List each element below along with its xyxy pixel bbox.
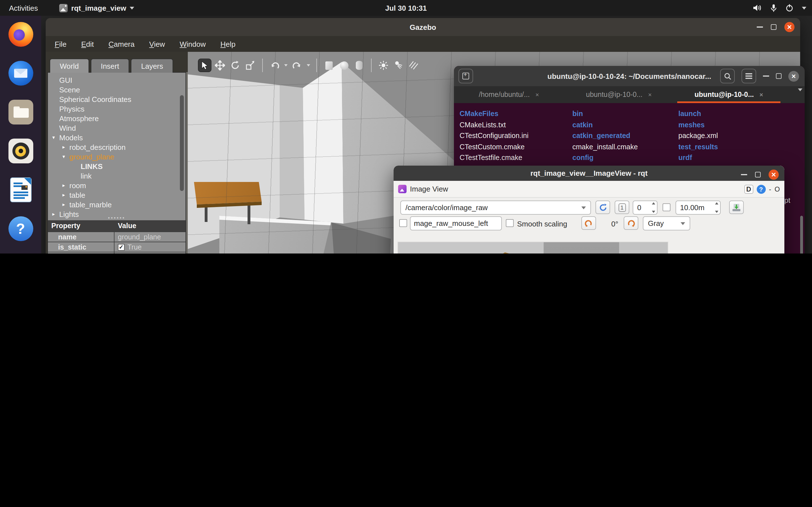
zoom-1-button[interactable]: 1 <box>615 201 629 214</box>
rotation-spinbox[interactable]: 0 <box>633 201 658 215</box>
spin-down-icon[interactable] <box>715 211 718 213</box>
property-row-self-collide[interactable]: self_collide False <box>48 252 186 253</box>
dock-item-files[interactable] <box>0 99 41 125</box>
dock-item-thunderbird[interactable] <box>0 60 41 86</box>
cylinder-shape-icon[interactable] <box>352 59 366 72</box>
tree-item-atmosphere[interactable]: Atmosphere <box>48 114 186 123</box>
property-row-is-static[interactable]: is_static ✓True <box>48 242 186 252</box>
splitter-handle[interactable]: •••••• <box>108 215 125 221</box>
tree-item-wind[interactable]: Wind <box>48 123 186 133</box>
close-panel-button[interactable]: O <box>774 185 780 193</box>
tree-item-models[interactable]: ▾Models <box>48 133 186 143</box>
terminal-tab-3[interactable]: ubuntu@ip-10-0...× <box>674 86 784 103</box>
directional-light-icon[interactable] <box>407 59 421 72</box>
box-shape-icon[interactable] <box>322 59 336 72</box>
menu-window[interactable]: Window <box>180 40 206 48</box>
save-image-button[interactable] <box>729 201 744 214</box>
image-view-panel-header[interactable]: Image View D ? - O <box>394 181 784 198</box>
topic-select[interactable]: /camera/color/image_raw <box>400 201 591 215</box>
chevron-down-icon[interactable]: ▾ <box>60 152 67 162</box>
tree-item-link[interactable]: link <box>48 171 186 181</box>
tab-insert[interactable]: Insert <box>91 59 129 73</box>
chevron-right-icon[interactable]: ▸ <box>60 190 67 200</box>
system-indicators[interactable] <box>753 4 806 12</box>
dynamic-range-checkbox[interactable] <box>663 203 670 211</box>
new-tab-button[interactable] <box>458 69 473 83</box>
mouse-topic-field[interactable]: mage_raw_mouse_left <box>410 216 502 230</box>
tree-item-ground-plane[interactable]: ▾ground_plane <box>48 152 186 162</box>
maximize-icon[interactable] <box>776 73 781 79</box>
search-button[interactable] <box>720 69 735 83</box>
spin-down-icon[interactable] <box>652 211 655 213</box>
tree-item-table-marble[interactable]: ▸table_marble <box>48 200 186 210</box>
menu-camera[interactable]: Camera <box>109 40 135 48</box>
move-tool-icon[interactable] <box>213 59 227 72</box>
tab-layers[interactable]: Layers <box>131 59 173 73</box>
close-tab-icon[interactable]: × <box>536 91 539 98</box>
tab-list-dropdown-icon[interactable] <box>798 89 802 91</box>
close-tab-icon[interactable]: × <box>648 91 652 98</box>
help-icon[interactable]: ? <box>756 184 765 193</box>
tree-item-gui[interactable]: GUI <box>48 75 186 85</box>
minimize-icon[interactable] <box>763 75 769 76</box>
scrollbar[interactable] <box>180 95 184 191</box>
colormap-select[interactable]: Gray <box>643 216 690 230</box>
gazebo-titlebar[interactable]: Gazebo ✕ <box>46 18 800 36</box>
redo-icon[interactable] <box>290 59 304 72</box>
tree-item-room[interactable]: ▸room <box>48 181 186 190</box>
close-icon[interactable]: ✕ <box>769 170 779 180</box>
terminal-titlebar[interactable]: ubuntu@ip-10-0-10-24: ~/Documents/nanoca… <box>454 66 805 86</box>
tree-item-scene[interactable]: Scene <box>48 85 186 95</box>
rotate-cw-button[interactable] <box>624 216 638 230</box>
tree-item-spherical-coordinates[interactable]: Spherical Coordinates <box>48 95 186 104</box>
terminal-tab-1[interactable]: /home/ubuntu/...× <box>454 86 564 103</box>
redo-dropdown-icon[interactable] <box>307 64 310 66</box>
publish-click-checkbox[interactable] <box>399 219 407 227</box>
collapse-button[interactable]: - <box>769 185 771 193</box>
close-tab-icon[interactable]: × <box>760 91 763 98</box>
menu-view[interactable]: View <box>149 40 165 48</box>
chevron-down-icon[interactable]: ▾ <box>50 133 57 143</box>
menu-edit[interactable]: Edit <box>81 40 94 48</box>
spin-up-icon[interactable] <box>652 202 655 205</box>
menu-file[interactable]: File <box>55 40 66 48</box>
scrollbar[interactable] <box>800 216 803 253</box>
select-tool-icon[interactable] <box>198 59 211 72</box>
tree-item-physics[interactable]: Physics <box>48 104 186 114</box>
spot-light-icon[interactable] <box>392 59 405 72</box>
dock-item-help[interactable]: ? <box>0 216 41 242</box>
chevron-right-icon[interactable]: ▸ <box>50 210 57 219</box>
tree-item-table[interactable]: ▸table <box>48 190 186 200</box>
dock-item-rhythmbox[interactable] <box>0 138 41 164</box>
spin-up-icon[interactable] <box>715 202 718 205</box>
maximize-icon[interactable] <box>771 24 776 30</box>
menu-button[interactable] <box>742 69 756 83</box>
undo-dropdown-icon[interactable] <box>284 64 288 66</box>
rqt-titlebar[interactable]: rqt_image_view__ImageView - rqt ✕ <box>394 166 784 181</box>
scale-tool-icon[interactable] <box>244 59 257 72</box>
tree-item-links[interactable]: LINKS <box>48 162 186 171</box>
property-row-name[interactable]: name ground_plane <box>48 231 186 242</box>
max-range-spinbox[interactable]: 10.00m <box>675 201 721 215</box>
tree-item-robot-description[interactable]: ▸robot_description <box>48 143 186 152</box>
rotate-tool-icon[interactable] <box>229 59 242 72</box>
menu-help[interactable]: Help <box>220 40 236 48</box>
minimize-icon[interactable] <box>757 26 763 27</box>
activities-button[interactable]: Activities <box>0 0 47 16</box>
checkbox-checked[interactable]: ✓ <box>118 244 124 250</box>
dock-item-libreoffice-writer[interactable] <box>0 177 41 203</box>
undo-icon[interactable] <box>268 59 282 72</box>
chevron-right-icon[interactable]: ▸ <box>60 181 67 190</box>
focused-app-menu[interactable]: rqt_image_view <box>59 4 134 12</box>
point-light-icon[interactable] <box>377 59 390 72</box>
clock[interactable]: Jul 30 10:31 <box>385 4 426 12</box>
maximize-icon[interactable] <box>755 172 761 177</box>
refresh-topics-button[interactable] <box>596 201 610 214</box>
dock-button[interactable]: D <box>744 184 753 193</box>
sphere-shape-icon[interactable] <box>337 59 351 72</box>
rotate-ccw-button[interactable] <box>581 216 596 230</box>
dock-item-firefox[interactable] <box>0 21 41 47</box>
close-icon[interactable]: ✕ <box>784 22 795 32</box>
chevron-right-icon[interactable]: ▸ <box>60 200 67 210</box>
terminal-tab-2[interactable]: ubuntu@ip-10-0...× <box>564 86 674 103</box>
